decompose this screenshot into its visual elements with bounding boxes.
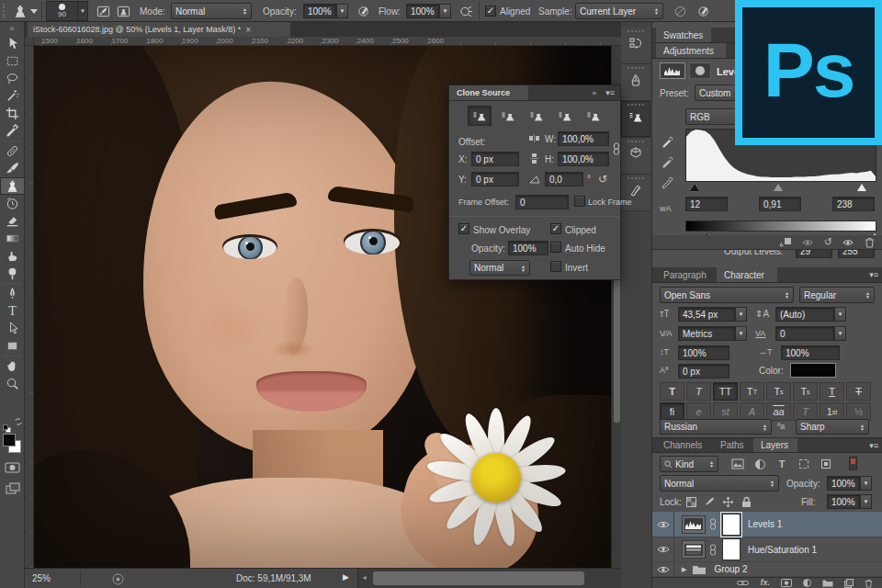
layer-style-icon[interactable]: fx. [760, 579, 770, 587]
fill-caret-icon[interactable]: ▼ [860, 494, 872, 509]
lock-position-icon[interactable] [720, 494, 735, 509]
path-select-tool[interactable] [0, 320, 25, 337]
history-panel-button[interactable] [621, 28, 650, 64]
layer-visibility-icon[interactable] [652, 562, 674, 576]
add-adjustment-icon[interactable] [803, 579, 811, 587]
layer-visibility-icon[interactable] [652, 537, 674, 561]
opentype-button[interactable]: fi [660, 402, 684, 421]
add-mask-icon[interactable] [781, 579, 792, 587]
flip-horizontal-icon[interactable] [526, 131, 541, 144]
opentype-button[interactable]: 1st [820, 402, 844, 421]
white-point-eyedropper-icon[interactable] [660, 175, 676, 191]
filter-toggle[interactable] [849, 457, 857, 470]
filter-shape-icon[interactable] [796, 457, 812, 471]
x-field[interactable]: 0 px [471, 152, 519, 166]
view-previous-state-icon[interactable] [801, 238, 815, 247]
clone-source-slot-4[interactable] [553, 106, 577, 126]
brush-picker-caret-icon[interactable]: ▼ [77, 2, 87, 20]
input-gamma-handle[interactable] [774, 184, 783, 191]
toggle-clone-source-panel-button[interactable] [114, 3, 132, 19]
screen-mode-icon[interactable] [4, 481, 21, 496]
language-select[interactable]: Russian▲▼ [660, 419, 772, 435]
h-field[interactable]: 100,0% [558, 152, 609, 166]
clone-source-slot-1[interactable] [468, 106, 492, 126]
airbrush-icon[interactable] [457, 3, 475, 19]
opacity-field[interactable]: 100% [303, 4, 336, 18]
opentype-button[interactable]: ½ [846, 402, 871, 421]
marquee-tool[interactable] [0, 52, 25, 70]
input-gamma-field[interactable]: 0,91 [759, 197, 801, 211]
type-style-button[interactable]: T [846, 382, 871, 401]
new-group-icon[interactable] [822, 579, 833, 587]
clone-source-slot-3[interactable] [525, 106, 548, 126]
tab-swatches[interactable]: Swatches [656, 28, 711, 42]
clone-source-tab[interactable]: Clone Source [449, 85, 528, 100]
input-white-handle[interactable] [857, 184, 866, 191]
mode-select[interactable]: Normal ▲▼ [171, 3, 252, 19]
eraser-tool[interactable] [0, 212, 25, 230]
opentype-button[interactable]: aa [766, 402, 791, 421]
reset-adjustment-icon[interactable]: ↺ [824, 237, 832, 247]
toolbox-collapse-icon[interactable]: » [0, 22, 24, 35]
horizontal-scrollbar[interactable]: ◄ [357, 569, 621, 588]
panel-menu-icon[interactable]: ▾≡ [869, 441, 878, 450]
blend-mode-select[interactable]: Normal▲▼ [660, 475, 779, 492]
panel-menu-icon[interactable]: ▾≡ [869, 270, 878, 279]
zoom-tool[interactable] [0, 375, 25, 392]
eyedropper-tool[interactable] [0, 122, 25, 140]
layer-row[interactable]: ▶Group 2 [652, 562, 882, 577]
opentype-button[interactable]: e [686, 402, 711, 421]
overlay-blend-select[interactable]: Normal▲▼ [469, 260, 530, 276]
toggle-visibility-icon[interactable] [842, 238, 855, 247]
clipped-checkbox[interactable]: ✓ [550, 223, 561, 234]
tracking-field[interactable]: 0 [775, 326, 834, 341]
baseline-shift-field[interactable]: 0 px [678, 364, 729, 379]
font-size-caret-icon[interactable]: ▼ [735, 307, 747, 322]
clone-source-titlebar[interactable]: Clone Source » ▾≡ [449, 85, 620, 101]
gradient-tool[interactable] [0, 230, 25, 247]
opentype-button[interactable]: A [740, 402, 764, 421]
lasso-tool[interactable] [0, 70, 25, 87]
horizontal-scale-field[interactable]: 100% [781, 345, 840, 360]
flow-field[interactable]: 100% [406, 4, 439, 18]
type-tool[interactable]: T [0, 302, 25, 320]
layer-opacity-field[interactable]: 100% [827, 476, 860, 491]
tab-adjustments[interactable]: Adjustments [656, 43, 726, 58]
type-style-button[interactable]: TT [713, 382, 738, 401]
tab-layers[interactable]: Layers [753, 438, 797, 452]
vertical-scale-field[interactable]: 100% [678, 345, 729, 360]
layer-visibility-icon[interactable] [652, 512, 674, 537]
new-layer-icon[interactable] [844, 579, 854, 588]
default-colors-icon[interactable] [3, 424, 11, 433]
tab-paths[interactable]: Paths [713, 438, 752, 452]
magic-wand-tool[interactable] [0, 87, 25, 105]
sample-select[interactable]: Current Layer ▲▼ [575, 3, 663, 19]
input-white-field[interactable]: 238 [832, 197, 875, 211]
foreground-color-swatch[interactable] [3, 434, 16, 447]
opentype-button[interactable]: st [713, 402, 738, 421]
type-style-button[interactable]: T [660, 382, 684, 401]
toggle-brush-panel-button[interactable] [94, 3, 112, 19]
black-point-eyedropper-icon[interactable] [660, 134, 676, 151]
lock-frame-checkbox[interactable] [574, 196, 585, 207]
scroll-left-arrow-icon[interactable]: ◄ [361, 574, 368, 581]
smudge-tool[interactable] [0, 247, 25, 265]
dodge-tool[interactable] [0, 265, 25, 282]
brush-presets-panel-button[interactable] [621, 64, 650, 101]
brush-preset-picker[interactable]: 90 ▼ [46, 1, 88, 21]
hand-tool[interactable] [0, 357, 25, 375]
kerning-caret-icon[interactable]: ▼ [735, 326, 747, 341]
type-style-button[interactable]: Ts [766, 382, 791, 401]
3d-panel-button[interactable] [621, 138, 650, 175]
filter-pixel-icon[interactable] [729, 457, 746, 471]
panel-menu-icon[interactable]: ▾≡ [605, 88, 615, 97]
tracking-caret-icon[interactable]: ▼ [834, 326, 846, 341]
type-style-button[interactable]: T [820, 382, 844, 401]
clone-stamp-tool-icon[interactable] [11, 3, 29, 19]
fill-field[interactable]: 100% [827, 494, 860, 509]
angle-field[interactable]: 0,0 [545, 172, 583, 187]
lock-pixels-icon[interactable] [702, 494, 717, 509]
frame-offset-field[interactable]: 0 [515, 195, 569, 209]
layer-opacity-caret-icon[interactable]: ▼ [860, 476, 872, 491]
tab-channels[interactable]: Channels [656, 438, 711, 452]
